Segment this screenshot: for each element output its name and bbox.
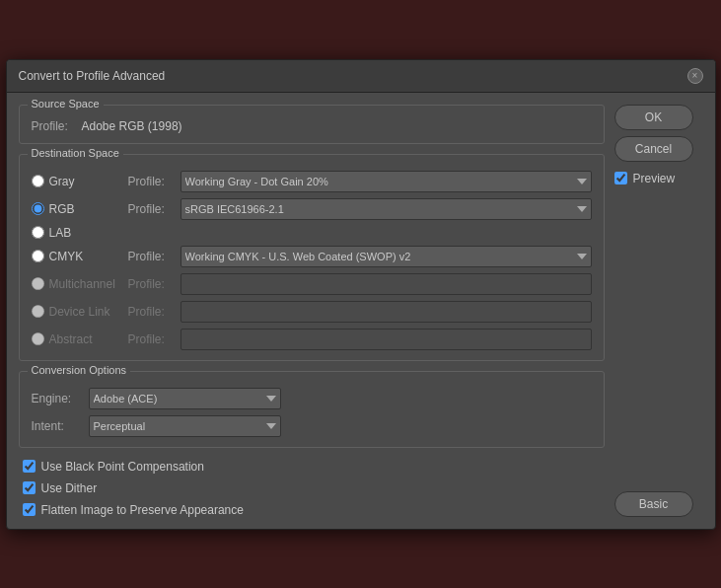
gray-profile-select[interactable]: Working Gray - Dot Gain 20%: [180, 171, 592, 192]
dialog-window: Convert to Profile Advanced × Source Spa…: [6, 59, 716, 530]
dest-row-abstract: Abstract Profile:: [32, 329, 592, 350]
black-point-row[interactable]: Use Black Point Compensation: [23, 460, 601, 474]
multichannel-profile-value: [180, 273, 592, 295]
conversion-grid: Engine: Adobe (ACE) Microsoft ICM Intent…: [32, 388, 592, 437]
radio-cmyk[interactable]: [32, 250, 44, 262]
radio-label-gray[interactable]: Gray: [32, 175, 120, 188]
cmyk-profile-select[interactable]: Working CMYK - U.S. Web Coated (SWOP) v2: [180, 246, 592, 267]
ok-button[interactable]: OK: [614, 105, 693, 130]
dest-row-cmyk: CMYK Profile: Working CMYK - U.S. Web Co…: [32, 246, 592, 267]
conversion-options-label: Conversion Options: [28, 364, 131, 376]
dither-checkbox[interactable]: [23, 481, 36, 494]
abstract-profile-label: Profile:: [128, 332, 173, 346]
radio-devicelink: [32, 305, 44, 318]
dest-row-lab: LAB: [32, 226, 592, 240]
radio-text-gray: Gray: [49, 175, 75, 188]
flatten-checkbox[interactable]: [23, 503, 36, 516]
side-spacer: [614, 195, 703, 485]
radio-gray[interactable]: [32, 175, 44, 187]
radio-label-cmyk[interactable]: CMYK: [32, 250, 120, 263]
engine-row: Engine: Adobe (ACE) Microsoft ICM: [32, 388, 592, 409]
radio-text-cmyk: CMYK: [49, 250, 84, 263]
main-panel: Source Space Profile: Adobe RGB (1998) D…: [19, 105, 605, 517]
dest-row-devicelink: Device Link Profile:: [32, 301, 592, 323]
dither-label: Use Dither: [41, 481, 98, 495]
dialog-body: Source Space Profile: Adobe RGB (1998) D…: [7, 93, 715, 529]
devicelink-profile-value: [180, 301, 592, 323]
destination-space-section: Destination Space Gray Profile: Working …: [19, 154, 605, 361]
engine-label: Engine:: [32, 392, 81, 405]
side-panel: OK Cancel Preview Basic: [614, 105, 703, 517]
flatten-row[interactable]: Flatten Image to Preserve Appearance: [23, 503, 601, 517]
black-point-label: Use Black Point Compensation: [41, 460, 204, 474]
engine-select[interactable]: Adobe (ACE) Microsoft ICM: [89, 388, 281, 409]
radio-label-rgb[interactable]: RGB: [32, 202, 120, 216]
radio-rgb[interactable]: [32, 202, 44, 215]
black-point-checkbox[interactable]: [23, 460, 36, 473]
multichannel-profile-label: Profile:: [128, 277, 173, 291]
cmyk-profile-label: Profile:: [128, 250, 173, 263]
title-bar: Convert to Profile Advanced ×: [7, 60, 715, 93]
dest-row-multichannel: Multichannel Profile:: [32, 273, 592, 295]
radio-abstract: [32, 332, 44, 345]
radio-label-abstract: Abstract: [32, 332, 120, 346]
radio-label-multichannel: Multichannel: [32, 277, 120, 291]
basic-button[interactable]: Basic: [614, 491, 693, 517]
dither-row[interactable]: Use Dither: [23, 481, 601, 495]
source-profile-row: Profile: Adobe RGB (1998): [32, 119, 592, 133]
cancel-button[interactable]: Cancel: [614, 136, 693, 162]
source-profile-label: Profile:: [32, 119, 76, 133]
preview-checkbox[interactable]: [614, 172, 627, 184]
radio-text-multichannel: Multichannel: [49, 277, 115, 291]
gray-profile-label: Profile:: [128, 175, 173, 188]
conversion-options-section: Conversion Options Engine: Adobe (ACE) M…: [19, 371, 605, 448]
destination-grid: Gray Profile: Working Gray - Dot Gain 20…: [32, 171, 592, 350]
intent-select[interactable]: Perceptual Saturation Relative Colorimet…: [89, 415, 281, 437]
rgb-profile-label: Profile:: [128, 202, 173, 216]
intent-row: Intent: Perceptual Saturation Relative C…: [32, 415, 592, 437]
devicelink-profile-label: Profile:: [128, 305, 173, 319]
radio-text-abstract: Abstract: [49, 332, 93, 346]
radio-text-rgb: RGB: [49, 202, 75, 216]
preview-row: Preview: [614, 168, 703, 189]
rgb-profile-select[interactable]: sRGB IEC61966-2.1: [180, 198, 592, 220]
radio-multichannel: [32, 277, 44, 290]
radio-text-devicelink: Device Link: [49, 305, 110, 319]
close-button[interactable]: ×: [687, 68, 703, 84]
dialog-title: Convert to Profile Advanced: [19, 69, 166, 83]
radio-lab[interactable]: [32, 226, 44, 239]
radio-label-lab[interactable]: LAB: [32, 226, 120, 240]
dest-row-rgb: RGB Profile: sRGB IEC61966-2.1: [32, 198, 592, 220]
source-space-label: Source Space: [28, 98, 104, 110]
checkboxes-section: Use Black Point Compensation Use Dither …: [19, 458, 605, 517]
radio-text-lab: LAB: [49, 226, 72, 240]
preview-label: Preview: [633, 172, 676, 185]
destination-space-label: Destination Space: [28, 147, 123, 159]
flatten-label: Flatten Image to Preserve Appearance: [41, 503, 244, 517]
intent-label: Intent:: [32, 419, 81, 433]
dest-row-gray: Gray Profile: Working Gray - Dot Gain 20…: [32, 171, 592, 192]
radio-label-devicelink: Device Link: [32, 305, 120, 319]
abstract-profile-value: [180, 329, 592, 350]
source-space-section: Source Space Profile: Adobe RGB (1998): [19, 105, 605, 144]
source-profile-value: Adobe RGB (1998): [82, 119, 182, 133]
